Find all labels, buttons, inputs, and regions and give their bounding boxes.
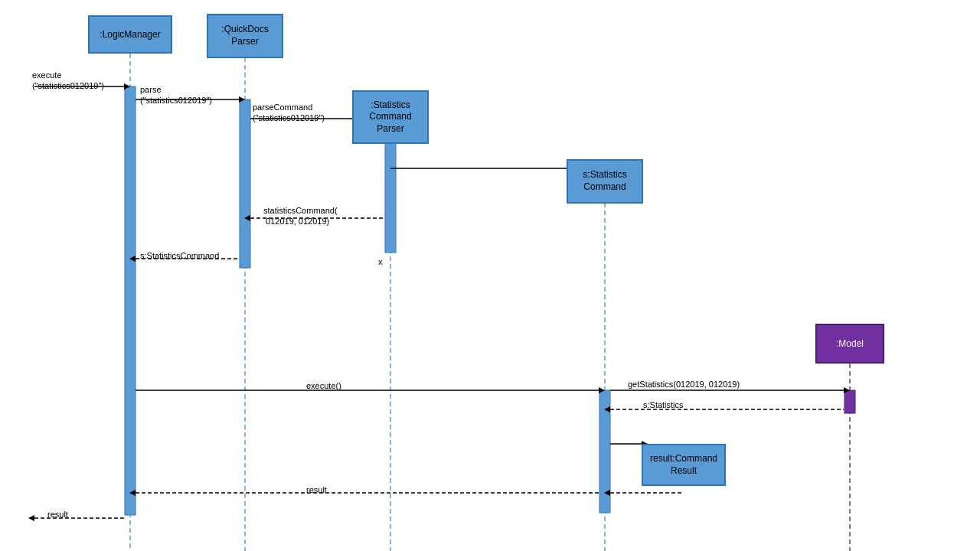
label-sstatistics-return: s:Statistics xyxy=(643,400,684,409)
label-result-final: result xyxy=(47,510,68,519)
label-parse-command: parseCommand("statistics012019") xyxy=(253,102,325,124)
svg-rect-9 xyxy=(844,390,855,413)
label-execute-cmd: execute() xyxy=(306,381,341,390)
label-statistics-command-msg: statisticsCommand( 012019, 012019) xyxy=(263,205,338,227)
svg-rect-6 xyxy=(240,99,250,268)
svg-marker-11 xyxy=(124,83,130,90)
svg-marker-23 xyxy=(599,387,605,393)
label-execute: execute("statistics012019") xyxy=(32,70,104,92)
label-x-destroy: x xyxy=(378,257,383,266)
svg-marker-21 xyxy=(129,256,136,262)
svg-marker-33 xyxy=(28,515,34,521)
label-parse: parse("statistics012019") xyxy=(140,84,212,106)
label-result-return: result xyxy=(306,485,327,494)
svg-rect-5 xyxy=(125,86,136,515)
label-sstatisticscommand: s:StatisticsCommand xyxy=(140,251,219,260)
svg-marker-35 xyxy=(604,490,610,496)
arrows-svg xyxy=(0,0,980,551)
svg-marker-31 xyxy=(129,490,136,496)
lifeline-quickdocs-parser: :QuickDocs Parser xyxy=(207,14,283,58)
lifeline-model: :Model xyxy=(815,324,884,364)
svg-marker-27 xyxy=(604,406,610,412)
svg-marker-19 xyxy=(244,215,250,221)
result-command-result-box: result:Command Result xyxy=(642,444,726,486)
svg-marker-13 xyxy=(239,96,245,103)
diagram-container: :LogicManager :QuickDocs Parser :Statist… xyxy=(0,0,980,551)
lifeline-stats-command: s:Statistics Command xyxy=(567,159,643,204)
lifeline-stats-cmd-parser: :Statistics Command Parser xyxy=(352,90,429,144)
svg-rect-8 xyxy=(599,390,610,513)
lifeline-logic-manager: :LogicManager xyxy=(88,15,172,54)
svg-marker-25 xyxy=(844,387,850,393)
label-stats-command-arrow xyxy=(395,159,397,168)
label-get-statistics: getStatistics(012019, 012019) xyxy=(628,380,740,389)
